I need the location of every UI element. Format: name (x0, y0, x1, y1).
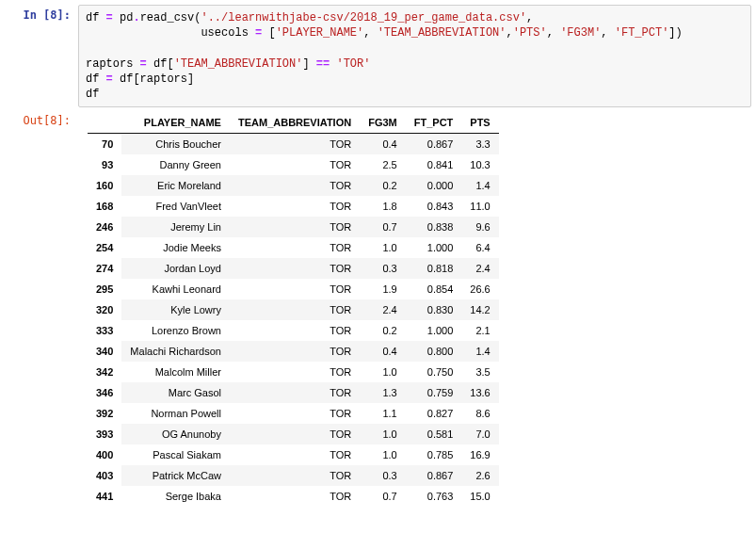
code-tok: 'TEAM_ABBREVIATION' (378, 26, 507, 40)
cell: TOR (230, 465, 360, 486)
cell: Marc Gasol (121, 382, 230, 403)
code-tok: [ (262, 26, 275, 40)
cell: Malachi Richardson (121, 341, 230, 362)
cell: Patrick McCaw (121, 465, 230, 486)
row-index: 246 (88, 217, 121, 237)
cell: 0.800 (406, 341, 462, 362)
cell: Eric Moreland (121, 175, 230, 196)
col-header: PTS (461, 112, 498, 134)
cell: TOR (230, 299, 360, 320)
table-row: 441Serge IbakaTOR0.70.76315.0 (88, 486, 499, 507)
col-header: PLAYER_NAME (121, 112, 230, 134)
cell: Norman Powell (121, 403, 230, 424)
cell: 1.0 (360, 362, 406, 382)
cell: 13.6 (461, 382, 498, 403)
cell: 0.785 (406, 444, 462, 465)
row-index: 295 (88, 279, 121, 299)
cell: Malcolm Miller (121, 362, 230, 382)
output-cell: Out[8]: PLAYER_NAME TEAM_ABBREVIATION FG… (5, 110, 751, 507)
cell: 0.3 (360, 465, 406, 486)
cell: TOR (230, 279, 360, 299)
cell: 0.827 (406, 403, 462, 424)
cell: 16.9 (461, 444, 498, 465)
code-tok: ]) (668, 26, 682, 40)
code-tok: = (140, 57, 147, 71)
cell: 1.000 (406, 320, 462, 341)
cell: TOR (230, 217, 360, 237)
table-row: 254Jodie MeeksTOR1.01.0006.4 (88, 237, 499, 258)
cell: 0.7 (360, 217, 406, 237)
cell: TOR (230, 154, 360, 175)
cell: 0.763 (406, 486, 462, 507)
row-index: 70 (88, 134, 121, 155)
cell: 0.2 (360, 320, 406, 341)
table-row: 70Chris BoucherTOR0.40.8673.3 (88, 134, 499, 155)
cell: 0.581 (406, 424, 462, 444)
cell: 2.4 (461, 258, 498, 279)
cell: Fred VanVleet (121, 196, 230, 217)
cell: 9.6 (461, 217, 498, 237)
row-index: 168 (88, 196, 121, 217)
output-area: PLAYER_NAME TEAM_ABBREVIATION FG3M FT_PC… (78, 110, 751, 507)
cell: 0.867 (406, 134, 462, 155)
code-tok: 'TEAM_ABBREVIATION' (174, 57, 303, 71)
row-index: 333 (88, 320, 121, 341)
row-index: 441 (88, 486, 121, 507)
table-row: 246Jeremy LinTOR0.70.8389.6 (88, 217, 499, 237)
code-tok: , (526, 11, 533, 24)
cell: 26.6 (461, 279, 498, 299)
row-index: 160 (88, 175, 121, 196)
dataframe-table: PLAYER_NAME TEAM_ABBREVIATION FG3M FT_PC… (88, 112, 499, 507)
code-tok: '../learnwithjabe-csv/2018_19_per_game_d… (201, 11, 526, 24)
index-header (88, 112, 121, 134)
table-row: 295Kawhi LeonardTOR1.90.85426.6 (88, 279, 499, 299)
cell: 6.4 (461, 237, 498, 258)
cell: 8.6 (461, 403, 498, 424)
cell: 1.8 (360, 196, 406, 217)
cell: 0.750 (406, 362, 462, 382)
cell: 0.4 (360, 341, 406, 362)
code-tok: read_csv( (140, 11, 201, 24)
in-prompt: In [8]: (5, 5, 78, 22)
out-prompt: Out[8]: (5, 110, 78, 127)
cell: 1.4 (461, 175, 498, 196)
row-index: 392 (88, 403, 121, 424)
cell: 0.841 (406, 154, 462, 175)
cell: 1.0 (360, 424, 406, 444)
cell: 0.867 (406, 465, 462, 486)
cell: Chris Boucher (121, 134, 230, 155)
code-input[interactable]: df = pd.read_csv('../learnwithjabe-csv/2… (78, 5, 751, 107)
cell: 0.3 (360, 258, 406, 279)
cell: 1.000 (406, 237, 462, 258)
code-tok: usecols (86, 26, 255, 40)
cell: Serge Ibaka (121, 486, 230, 507)
code-tok: 'TOR' (336, 57, 370, 71)
table-row: 400Pascal SiakamTOR1.00.78516.9 (88, 444, 499, 465)
cell: TOR (230, 341, 360, 362)
row-index: 342 (88, 362, 121, 382)
code-tok: df (86, 11, 106, 24)
row-index: 346 (88, 382, 121, 403)
code-tok: == (316, 57, 330, 71)
code-tok: = (106, 73, 113, 86)
cell: OG Anunoby (121, 424, 230, 444)
cell: Pascal Siakam (121, 444, 230, 465)
row-index: 393 (88, 424, 121, 444)
cell: TOR (230, 237, 360, 258)
row-index: 340 (88, 341, 121, 362)
cell: 14.2 (461, 299, 498, 320)
code-tok: 'FG3M' (560, 26, 601, 40)
code-tok: pd (113, 11, 134, 24)
table-row: 393OG AnunobyTOR1.00.5817.0 (88, 424, 499, 444)
cell: 1.0 (360, 444, 406, 465)
table-row: 93Danny GreenTOR2.50.84110.3 (88, 154, 499, 175)
cell: 0.818 (406, 258, 462, 279)
table-row: 346Marc GasolTOR1.30.75913.6 (88, 382, 499, 403)
table-row: 340Malachi RichardsonTOR0.40.8001.4 (88, 341, 499, 362)
cell: 0.838 (406, 217, 462, 237)
cell: 1.4 (461, 341, 498, 362)
cell: Danny Green (121, 154, 230, 175)
cell: TOR (230, 486, 360, 507)
input-cell: In [8]: df = pd.read_csv('../learnwithja… (5, 5, 751, 107)
row-index: 254 (88, 237, 121, 258)
